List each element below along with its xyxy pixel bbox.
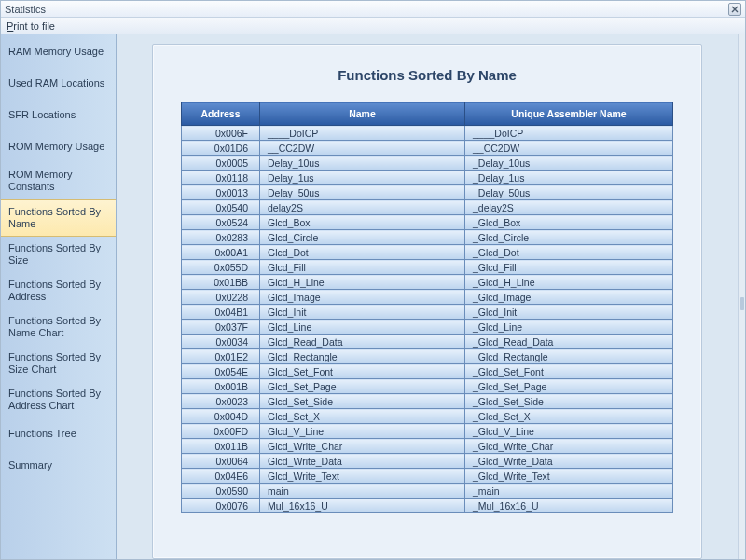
titlebar: Statistics [1,1,745,18]
cell-address: 0x01E2 [182,349,260,364]
sidebar-item-label: ROM Memory Constants [8,169,108,193]
sidebar-item-label: Functions Sorted By Size Chart [8,351,108,376]
table-row[interactable]: 0x0283Glcd_Circle_Glcd_Circle [182,230,673,245]
close-icon[interactable] [728,3,741,16]
table-row[interactable]: 0x00FDGlcd_V_Line_Glcd_V_Line [182,424,673,439]
cell-name: Glcd_Dot [260,245,465,260]
cell-unique-assembler-name: _Glcd_Set_Font [465,364,673,379]
cell-name: Glcd_V_Line [260,424,465,439]
cell-unique-assembler-name: ____DoICP [465,126,673,141]
table-row[interactable]: 0x01E2Glcd_Rectangle_Glcd_Rectangle [182,349,673,364]
cell-unique-assembler-name: _Glcd_Rectangle [465,349,673,364]
window-title: Statistics [5,4,46,15]
cell-address: 0x04B1 [182,305,260,320]
sidebar-item[interactable]: Functions Sorted By Size Chart [1,346,116,382]
sidebar-item[interactable]: Used RAM Locations [1,68,116,100]
cell-address: 0x0283 [182,230,260,245]
cell-name: Glcd_Write_Char [260,439,465,454]
cell-name: main [260,484,465,499]
cell-address: 0x0023 [182,394,260,409]
table-row[interactable]: 0x037FGlcd_Line_Glcd_Line [182,320,673,335]
cell-unique-assembler-name: _Delay_10us [465,156,673,171]
table-row[interactable]: 0x04E6Glcd_Write_Text_Glcd_Write_Text [182,469,673,484]
col-address[interactable]: Address [182,102,260,126]
cell-address: 0x054E [182,364,260,379]
sidebar-item[interactable]: RAM Memory Usage [1,36,116,68]
table-row[interactable]: 0x00A1Glcd_Dot_Glcd_Dot [182,245,673,260]
cell-name: Glcd_Line [260,320,465,335]
table-row[interactable]: 0x0590main_main [182,484,673,499]
cell-name: Delay_1us [260,171,465,185]
cell-address: 0x0118 [182,171,260,185]
sidebar-item-label: Functions Sorted By Size [8,242,108,266]
cell-name: Glcd_Set_X [260,409,465,424]
cell-address: 0x0064 [182,454,260,469]
cell-name: Glcd_Fill [260,260,465,275]
cell-name: Glcd_Image [260,290,465,305]
cell-name: Delay_10us [260,156,465,171]
table-row[interactable]: 0x0228Glcd_Image_Glcd_Image [182,290,673,305]
sidebar-item[interactable]: Functions Sorted By Size [1,237,116,273]
cell-address: 0x0524 [182,215,260,230]
workspace: RAM Memory UsageUsed RAM LocationsSFR Lo… [1,34,745,559]
cell-address: 0x037F [182,320,260,335]
cell-unique-assembler-name: _Glcd_Set_Page [465,379,673,394]
cell-unique-assembler-name: _Glcd_Init [465,305,673,320]
table-row[interactable]: 0x0005Delay_10us_Delay_10us [182,156,673,171]
cell-address: 0x00A1 [182,245,260,260]
table-row[interactable]: 0x0013Delay_50us_Delay_50us [182,185,673,200]
cell-address: 0x01BB [182,275,260,290]
sidebar-item[interactable]: Functions Sorted By Name [1,199,116,237]
table-row[interactable]: 0x055DGlcd_Fill_Glcd_Fill [182,260,673,275]
cell-unique-assembler-name: _Glcd_Fill [465,260,673,275]
sidebar-item-label: Used RAM Locations [8,77,104,89]
cell-unique-assembler-name: _Glcd_Line [465,320,673,335]
cell-name: Glcd_Write_Text [260,469,465,484]
sidebar-item[interactable]: Functions Tree [1,418,116,450]
cell-unique-assembler-name: _Glcd_Dot [465,245,673,260]
table-row[interactable]: 0x006F____DoICP____DoICP [182,126,673,141]
sidebar-item[interactable]: Functions Sorted By Address [1,273,116,309]
table-row[interactable]: 0x0034Glcd_Read_Data_Glcd_Read_Data [182,335,673,349]
table-row[interactable]: 0x04B1Glcd_Init_Glcd_Init [182,305,673,320]
table-row[interactable]: 0x011BGlcd_Write_Char_Glcd_Write_Char [182,439,673,454]
cell-unique-assembler-name: _Glcd_H_Line [465,275,673,290]
cell-unique-assembler-name: _Glcd_V_Line [465,424,673,439]
cell-address: 0x01D6 [182,141,260,156]
table-row[interactable]: 0x001BGlcd_Set_Page_Glcd_Set_Page [182,379,673,394]
cell-address: 0x0005 [182,156,260,171]
sidebar-item[interactable]: Summary [1,450,116,482]
cell-address: 0x004D [182,409,260,424]
cell-unique-assembler-name: _Glcd_Box [465,215,673,230]
table-row[interactable]: 0x0076Mul_16x16_U_Mul_16x16_U [182,499,673,513]
table-row[interactable]: 0x01D6__CC2DW__CC2DW [182,141,673,156]
sidebar-item[interactable]: ROM Memory Constants [1,163,116,199]
table-row[interactable]: 0x0118Delay_1us_Delay_1us [182,171,673,185]
vertical-scrollbar[interactable] [738,34,745,559]
sidebar-item-label: ROM Memory Usage [8,141,104,153]
table-row[interactable]: 0x004DGlcd_Set_X_Glcd_Set_X [182,409,673,424]
col-unique-assembler-name[interactable]: Unique Assembler Name [465,102,673,126]
table-row[interactable]: 0x0064Glcd_Write_Data_Glcd_Write_Data [182,454,673,469]
table-row[interactable]: 0x0524Glcd_Box_Glcd_Box [182,215,673,230]
col-name[interactable]: Name [260,102,465,126]
sidebar-item-label: RAM Memory Usage [8,46,104,58]
table-row[interactable]: 0x01BBGlcd_H_Line_Glcd_H_Line [182,275,673,290]
sidebar-item[interactable]: SFR Locations [1,100,116,131]
cell-address: 0x0228 [182,290,260,305]
sidebar-item-label: Functions Sorted By Address [8,279,108,303]
menu-print-to-file[interactable]: Print to file [7,20,55,32]
table-row[interactable]: 0x0540delay2S_delay2S [182,200,673,215]
cell-address: 0x055D [182,260,260,275]
table-row[interactable]: 0x0023Glcd_Set_Side_Glcd_Set_Side [182,394,673,409]
cell-address: 0x00FD [182,424,260,439]
cell-name: Glcd_Rectangle [260,349,465,364]
sidebar-item[interactable]: Functions Sorted By Name Chart [1,309,116,346]
sidebar-item[interactable]: ROM Memory Usage [1,131,116,163]
table-row[interactable]: 0x054EGlcd_Set_Font_Glcd_Set_Font [182,364,673,379]
cell-name: Glcd_Set_Page [260,379,465,394]
cell-unique-assembler-name: _Glcd_Image [465,290,673,305]
cell-unique-assembler-name: _main [465,484,673,499]
sidebar: RAM Memory UsageUsed RAM LocationsSFR Lo… [1,34,117,559]
sidebar-item[interactable]: Functions Sorted By Address Chart [1,382,116,418]
